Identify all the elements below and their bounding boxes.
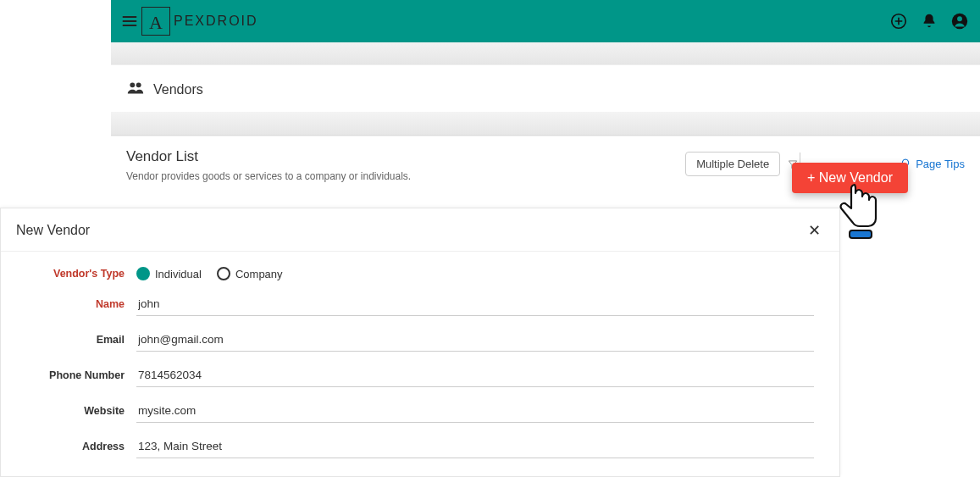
add-icon[interactable]	[887, 9, 911, 33]
vendors-type-radio-group: Individual Company	[136, 267, 283, 280]
vendor-form: Vendor's Type Individual Company Name Em…	[1, 252, 839, 458]
page-title-card: Vendors	[111, 64, 980, 114]
list-title: Vendor List	[126, 148, 685, 165]
label-email: Email	[1, 334, 136, 346]
topbar: A PEXDROID	[111, 0, 980, 42]
separator	[111, 112, 980, 136]
multiple-delete-button[interactable]: Multiple Delete	[685, 152, 780, 176]
account-icon[interactable]	[948, 9, 972, 33]
new-vendor-modal: New Vendor ✕ Vendor's Type Individual Co…	[0, 208, 840, 477]
people-icon	[126, 79, 145, 100]
modal-title: New Vendor	[16, 223, 804, 238]
close-icon[interactable]: ✕	[804, 220, 824, 241]
radio-individual-label: Individual	[155, 268, 202, 280]
address-field[interactable]	[136, 435, 814, 458]
radio-dot-icon	[136, 267, 150, 280]
website-field[interactable]	[136, 399, 814, 423]
email-field[interactable]	[136, 328, 814, 352]
phone-field[interactable]	[136, 363, 814, 387]
brand: A PEXDROID	[141, 7, 258, 36]
cursor-hand-icon	[834, 178, 885, 246]
brand-logo: A	[141, 7, 170, 36]
svg-point-2	[957, 16, 962, 21]
radio-dot-icon	[217, 267, 230, 280]
label-phone: Phone Number	[1, 369, 136, 381]
svg-point-4	[136, 82, 141, 87]
page-tips-link[interactable]: Page Tips	[899, 158, 965, 171]
radio-company-label: Company	[235, 268, 283, 280]
label-website: Website	[1, 405, 136, 417]
label-address: Address	[1, 441, 136, 452]
label-name: Name	[1, 298, 136, 310]
bell-icon[interactable]	[917, 9, 941, 33]
separator	[111, 42, 980, 64]
svg-rect-5	[850, 230, 872, 238]
label-vendors-type: Vendor's Type	[1, 268, 136, 280]
brand-name: PEXDROID	[174, 14, 258, 29]
brand-logo-letter: A	[149, 14, 163, 32]
list-subtitle: Vendor provides goods or services to a c…	[126, 170, 685, 182]
hamburger-menu-button[interactable]	[119, 11, 140, 31]
page-tips-label: Page Tips	[916, 158, 965, 170]
svg-point-3	[130, 82, 135, 87]
radio-company[interactable]: Company	[217, 267, 283, 280]
page-title: Vendors	[153, 82, 203, 97]
name-field[interactable]	[136, 292, 814, 316]
radio-individual[interactable]: Individual	[136, 267, 202, 280]
